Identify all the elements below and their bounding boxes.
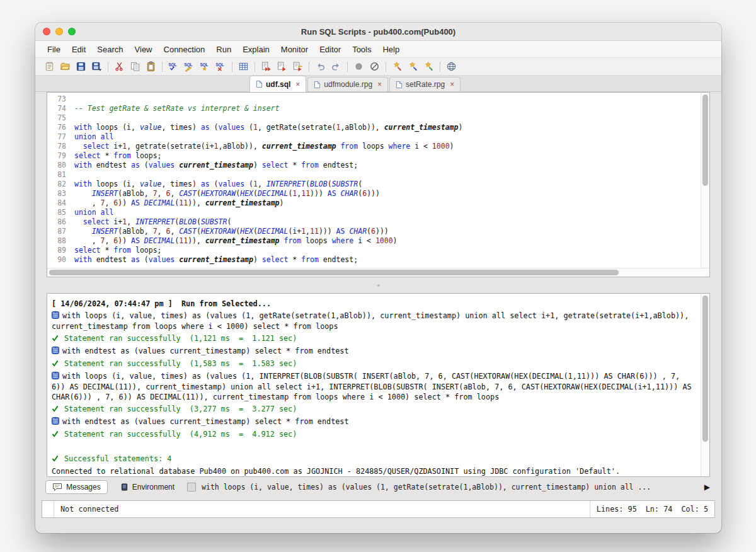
menu-tools[interactable]: Tools bbox=[346, 41, 377, 57]
insert-generated-sql-icon bbox=[238, 61, 249, 72]
redo-button[interactable] bbox=[328, 59, 344, 74]
paste-button[interactable] bbox=[143, 59, 159, 74]
tab-environment-label: Environment bbox=[132, 483, 175, 492]
message-sql: with loops (i, value, times) as (values … bbox=[52, 371, 696, 402]
run-all-button[interactable] bbox=[258, 59, 274, 74]
svg-text:SQL: SQL bbox=[184, 62, 192, 67]
editor-code-lines[interactable]: -- Test getRate & setRate vs interpret &… bbox=[71, 93, 701, 268]
sql-validate-icon: SQL bbox=[215, 61, 226, 72]
code-line: with loops (i, value, times) as (values … bbox=[74, 180, 701, 189]
new-script-button[interactable] bbox=[42, 59, 57, 74]
tab-messages-label: Messages bbox=[66, 483, 101, 492]
tab-environment[interactable]: Environment bbox=[113, 480, 181, 494]
stop-run-button[interactable] bbox=[367, 59, 382, 74]
message-text: with loops (i, value, times) as (values … bbox=[52, 372, 696, 401]
menu-edit[interactable]: Edit bbox=[66, 41, 91, 57]
editor-vertical-scrollbar-thumb[interactable] bbox=[702, 95, 708, 186]
undo-button[interactable] bbox=[312, 59, 328, 74]
editor-horizontal-scrollbar-thumb[interactable] bbox=[49, 270, 619, 275]
success-check-icon bbox=[52, 430, 59, 440]
run-from-selected-button[interactable] bbox=[290, 59, 306, 74]
line-number: 74 bbox=[47, 104, 66, 113]
undo-icon bbox=[315, 61, 326, 72]
menu-editor[interactable]: Editor bbox=[314, 41, 346, 57]
editor-vertical-scrollbar[interactable] bbox=[701, 93, 709, 268]
statement-preview: with loops (i, value, times) as (values … bbox=[202, 483, 697, 492]
window-controls bbox=[35, 28, 76, 35]
toolbar-separator bbox=[347, 62, 348, 72]
sql-validate-button[interactable]: SQL bbox=[213, 59, 229, 74]
messages-panel: [ 14/06/2024, 07:44:47 pm ] Run from Sel… bbox=[47, 293, 710, 477]
code-line: with loops (i, value, times) as (values … bbox=[74, 123, 701, 132]
tab-udfmodule.rpg[interactable]: udfmodule.rpg× bbox=[307, 77, 388, 91]
menu-explain[interactable]: Explain bbox=[237, 41, 275, 57]
line-number: 86 bbox=[47, 217, 66, 227]
sql-examples-icon: SQL bbox=[200, 61, 210, 72]
tab-setRate.rpg[interactable]: setRate.rpg× bbox=[389, 77, 461, 91]
sql-editor[interactable]: 737475767778798081828384858687888990 -- … bbox=[47, 92, 710, 277]
panel-splitter[interactable] bbox=[35, 277, 721, 293]
code-line: INSERT(aBlob, 7, 6, CAST(HEXTORAW(HEX(DE… bbox=[74, 189, 701, 198]
find-button[interactable] bbox=[389, 59, 405, 74]
menu-help[interactable]: Help bbox=[377, 41, 405, 57]
line-number: 80 bbox=[47, 161, 66, 170]
line-number: 77 bbox=[47, 132, 66, 142]
tab-bar: udf.sql×udfmodule.rpg×setRate.rpg× bbox=[35, 76, 721, 92]
message-text: with endtest as (values current_timestam… bbox=[62, 347, 349, 355]
menu-connection[interactable]: Connection bbox=[158, 41, 211, 57]
tab-messages[interactable]: Messages bbox=[45, 480, 108, 494]
sql-syntax-check-icon: SQL bbox=[168, 61, 179, 72]
code-line: union all bbox=[74, 208, 701, 217]
message-success: Statement ran successfully (4,912 ms = 4… bbox=[52, 429, 696, 440]
line-number: 83 bbox=[47, 189, 66, 198]
tab-close-icon[interactable]: × bbox=[377, 80, 382, 89]
line-number: 81 bbox=[47, 170, 66, 180]
zoom-button[interactable] bbox=[68, 28, 76, 35]
find-next-button[interactable] bbox=[405, 59, 421, 74]
copy-button[interactable] bbox=[127, 59, 143, 74]
line-number: 85 bbox=[47, 208, 66, 217]
tab-close-icon[interactable]: × bbox=[295, 80, 300, 89]
toolbar-separator bbox=[162, 62, 163, 72]
menu-search[interactable]: Search bbox=[91, 41, 129, 57]
sql-examples-button[interactable]: SQL bbox=[197, 59, 213, 74]
minimize-button[interactable] bbox=[55, 28, 63, 35]
statement-forward-button[interactable]: ▶ bbox=[703, 483, 711, 492]
visual-explain-button[interactable] bbox=[444, 59, 459, 74]
save-as-button[interactable] bbox=[89, 59, 105, 74]
splitter-handle-icon bbox=[377, 284, 380, 287]
close-button[interactable] bbox=[43, 28, 50, 35]
title-bar: Run SQL Scripts - pub400.com(Pub400) bbox=[35, 23, 721, 41]
svg-text:SQL: SQL bbox=[215, 62, 224, 67]
line-number: 76 bbox=[47, 123, 66, 132]
menu-monitor[interactable]: Monitor bbox=[275, 41, 314, 57]
success-check-icon bbox=[52, 405, 59, 415]
messages-vertical-scrollbar-thumb[interactable] bbox=[702, 296, 708, 442]
messages-vertical-scrollbar[interactable] bbox=[701, 294, 709, 476]
tab-close-icon[interactable]: × bbox=[450, 80, 454, 89]
save-as-icon bbox=[91, 61, 102, 72]
record-button[interactable] bbox=[351, 59, 367, 74]
find-selected-button[interactable] bbox=[421, 59, 437, 74]
sql-syntax-check-button[interactable]: SQL bbox=[166, 59, 181, 74]
code-line: select * from loops; bbox=[74, 246, 701, 255]
save-script-button[interactable] bbox=[73, 59, 89, 74]
menu-file[interactable]: File bbox=[42, 41, 66, 57]
code-line bbox=[74, 95, 701, 104]
cut-button[interactable] bbox=[112, 59, 127, 74]
sql-format-button[interactable]: SQL bbox=[181, 59, 197, 74]
line-number: 79 bbox=[47, 151, 66, 161]
editor-horizontal-scrollbar[interactable] bbox=[47, 268, 709, 277]
code-line: select i+1, INTERPRET(BLOB(SUBSTR( bbox=[74, 217, 701, 227]
run-selected-button[interactable] bbox=[274, 59, 290, 74]
menu-run[interactable]: Run bbox=[210, 41, 237, 57]
status-lines: Lines: 95 bbox=[597, 505, 637, 514]
messages-list: [ 14/06/2024, 07:44:47 pm ] Run from Sel… bbox=[47, 294, 701, 476]
message-success: Successful statements: 4 bbox=[52, 454, 696, 464]
menu-view[interactable]: View bbox=[129, 41, 158, 57]
tab-udf.sql[interactable]: udf.sql× bbox=[249, 76, 306, 92]
file-icon bbox=[256, 80, 263, 88]
open-script-button[interactable] bbox=[57, 59, 73, 74]
toolbar: SQLSQLSQLSQL bbox=[35, 58, 721, 76]
insert-generated-sql-button[interactable] bbox=[236, 59, 251, 74]
